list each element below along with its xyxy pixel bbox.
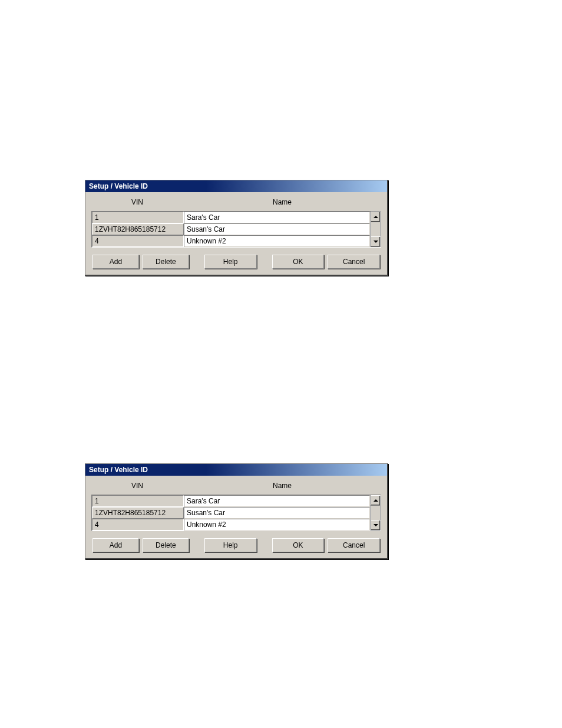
cell-name[interactable]: Susan's Car (184, 223, 370, 235)
ok-button[interactable]: OK (272, 538, 325, 552)
cell-name[interactable]: Sara's Car (184, 212, 370, 223)
cell-name[interactable]: Sara's Car (184, 495, 370, 507)
cell-vin[interactable]: 1 (92, 212, 184, 223)
grid-body: 1 Sara's Car 1ZVHT82H865185712 Susan's C… (92, 212, 370, 247)
ok-button[interactable]: OK (272, 255, 325, 269)
cancel-button[interactable]: Cancel (328, 255, 380, 269)
dialog-title: Setup / Vehicle ID (89, 182, 148, 190)
table-row[interactable]: 4 Unknown #2 (92, 235, 370, 247)
scroll-up-button[interactable] (371, 212, 381, 222)
header-vin: VIN (91, 482, 183, 490)
scroll-down-button[interactable] (371, 520, 381, 531)
help-button[interactable]: Help (204, 255, 257, 269)
cell-name[interactable]: Susan's Car (184, 507, 370, 519)
vertical-scrollbar[interactable] (370, 212, 381, 247)
table-row[interactable]: 1ZVHT82H865185712 Susan's Car (92, 507, 370, 519)
column-headers: VIN Name (91, 479, 381, 493)
column-headers: VIN Name (91, 196, 381, 210)
table-row[interactable]: 1 Sara's Car (92, 212, 370, 223)
setup-vehicle-id-dialog: Setup / Vehicle ID VIN Name 1 Sara's Car… (85, 180, 388, 276)
header-vin: VIN (91, 198, 183, 206)
arrow-up-icon (373, 499, 378, 502)
arrow-down-icon (373, 241, 378, 243)
grid-body: 1 Sara's Car 1ZVHT82H865185712 Susan's C… (92, 495, 370, 531)
dialog-titlebar[interactable]: Setup / Vehicle ID (85, 464, 387, 476)
cell-vin[interactable]: 1ZVHT82H865185712 (92, 223, 184, 235)
cell-vin[interactable]: 4 (92, 235, 184, 247)
cell-name[interactable]: Unknown #2 (184, 519, 370, 531)
scroll-up-button[interactable] (371, 495, 381, 506)
dialog-titlebar[interactable]: Setup / Vehicle ID (85, 180, 387, 192)
delete-button[interactable]: Delete (143, 255, 189, 269)
scroll-track[interactable] (371, 506, 381, 520)
cell-name[interactable]: Unknown #2 (184, 235, 370, 247)
cancel-button[interactable]: Cancel (328, 538, 380, 552)
add-button[interactable]: Add (92, 538, 139, 552)
cell-vin[interactable]: 1 (92, 495, 184, 507)
dialog-buttons: Add Delete Help OK Cancel (91, 255, 381, 269)
delete-button[interactable]: Delete (143, 538, 189, 552)
header-name: Name (183, 482, 381, 490)
vehicle-grid: 1 Sara's Car 1ZVHT82H865185712 Susan's C… (91, 495, 381, 531)
vehicle-grid: 1 Sara's Car 1ZVHT82H865185712 Susan's C… (91, 211, 381, 248)
dialog-content: VIN Name 1 Sara's Car 1ZVHT82H865185712 … (85, 192, 387, 275)
setup-vehicle-id-dialog: Setup / Vehicle ID VIN Name 1 Sara's Car… (85, 463, 388, 559)
table-row[interactable]: 4 Unknown #2 (92, 519, 370, 531)
arrow-up-icon (373, 216, 378, 218)
add-button[interactable]: Add (92, 255, 139, 269)
vertical-scrollbar[interactable] (370, 495, 381, 531)
dialog-content: VIN Name 1 Sara's Car 1ZVHT82H865185712 … (85, 476, 387, 558)
scroll-down-button[interactable] (371, 236, 381, 247)
help-button[interactable]: Help (204, 538, 257, 552)
table-row[interactable]: 1 Sara's Car (92, 495, 370, 507)
header-name: Name (183, 198, 381, 206)
scroll-track[interactable] (371, 222, 381, 236)
dialog-buttons: Add Delete Help OK Cancel (91, 538, 381, 552)
cell-vin[interactable]: 4 (92, 519, 184, 531)
cell-vin[interactable]: 1ZVHT82H865185712 (92, 507, 184, 519)
table-row[interactable]: 1ZVHT82H865185712 Susan's Car (92, 223, 370, 235)
arrow-down-icon (373, 524, 378, 526)
dialog-title: Setup / Vehicle ID (89, 466, 148, 474)
